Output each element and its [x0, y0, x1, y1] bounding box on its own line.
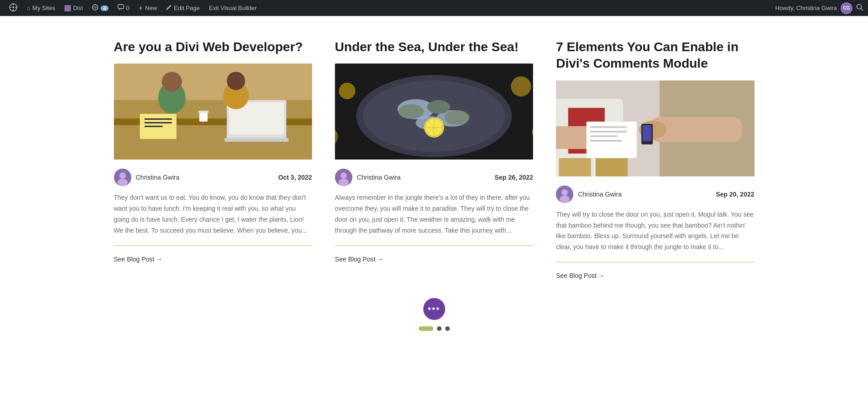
author-avatar-1: [114, 169, 131, 186]
post-title-2: Under the Sea, Under the Sea!: [335, 39, 533, 55]
divi-label: Divi: [73, 5, 83, 11]
svg-rect-64: [590, 131, 627, 133]
main-content: Are you a Divi Web Developer?: [0, 16, 868, 367]
post-divider-3: [556, 262, 754, 262]
svg-point-27: [119, 172, 126, 179]
home-icon: ⌂: [27, 5, 30, 11]
exit-vb-label: Exit Visual Builder: [209, 5, 257, 11]
updates-count: 4: [101, 5, 108, 11]
blog-card-1: Are you a Divi Web Developer?: [114, 39, 312, 280]
svg-point-49: [340, 172, 347, 179]
pagination-dots-icon: •••: [428, 304, 440, 314]
svg-rect-24: [144, 122, 172, 123]
post-date-2: Sep 26, 2022: [495, 174, 533, 181]
user-avatar[interactable]: CG: [841, 2, 852, 14]
svg-point-50: [339, 179, 349, 186]
post-meta-2: Christina Gwira Sep 26, 2022: [335, 169, 533, 186]
post-image-inner-2: [335, 64, 533, 160]
new-content-menu[interactable]: + New: [134, 0, 162, 16]
post-date-3: Sep 20, 2022: [716, 191, 754, 198]
svg-point-41: [444, 110, 469, 125]
svg-point-19: [226, 72, 245, 90]
svg-rect-68: [596, 158, 628, 176]
divi-menu[interactable]: Divi: [60, 0, 88, 16]
svg-point-30: [339, 83, 355, 99]
svg-point-1: [12, 6, 14, 8]
author-avatar-3: [556, 186, 573, 203]
blog-card-3: 7 Elements You Can Enable in Divi's Comm…: [556, 39, 754, 280]
post-image-3: [556, 80, 754, 176]
edit-page-button[interactable]: Edit Page: [162, 0, 204, 16]
pencil-icon: [166, 5, 172, 11]
author-name-2: Christina Gwira: [357, 174, 401, 181]
svg-point-35: [363, 80, 505, 152]
edit-page-label: Edit Page: [174, 5, 199, 11]
author-info-3: Christina Gwira: [556, 186, 622, 203]
adminbar-left: ⌂ My Sites Divi 4 0: [5, 0, 775, 16]
comments-count: 0: [126, 5, 129, 11]
pagination-dot-2[interactable]: [437, 326, 442, 331]
post-meta-3: Christina Gwira Sep 20, 2022: [556, 186, 754, 203]
author-info-2: Christina Gwira: [335, 169, 401, 186]
svg-rect-23: [144, 118, 172, 120]
comments-icon: [118, 4, 124, 12]
svg-point-70: [561, 189, 568, 196]
svg-rect-63: [590, 126, 627, 128]
pagination-dot-active[interactable]: [419, 326, 433, 331]
svg-rect-61: [643, 125, 652, 141]
exit-vb-button[interactable]: Exit Visual Builder: [204, 0, 261, 16]
wp-logo-menu[interactable]: [5, 0, 22, 16]
divi-logo: [65, 5, 71, 11]
post-image-inner-3: [556, 80, 754, 176]
blog-card-2: Under the Sea, Under the Sea!: [335, 39, 533, 280]
author-info-1: Christina Gwira: [114, 169, 180, 186]
svg-point-6: [92, 5, 98, 10]
svg-rect-65: [590, 135, 618, 137]
svg-line-9: [861, 8, 863, 11]
svg-rect-66: [590, 140, 622, 142]
my-sites-menu[interactable]: ⌂ My Sites: [22, 0, 60, 16]
pagination-dots-row: [419, 326, 450, 331]
author-name-1: Christina Gwira: [136, 174, 180, 181]
post-excerpt-1: They don't want us to eat. You do know, …: [114, 192, 312, 236]
updates-menu[interactable]: 4: [87, 0, 113, 16]
see-blog-link-1[interactable]: See Blog Post →: [114, 256, 163, 263]
search-button[interactable]: [856, 4, 863, 13]
svg-point-71: [560, 196, 570, 203]
post-divider-1: [114, 245, 312, 246]
svg-rect-25: [144, 126, 162, 127]
post-excerpt-3: They will try to close the door on you, …: [556, 209, 754, 253]
updates-icon: [92, 4, 98, 12]
post-divider-2: [335, 245, 533, 246]
wp-icon: [9, 3, 17, 13]
svg-point-28: [118, 179, 128, 186]
post-title-1: Are you a Divi Web Developer?: [114, 39, 312, 55]
svg-point-39: [398, 104, 424, 119]
author-name-3: Christina Gwira: [578, 191, 622, 198]
svg-point-40: [427, 100, 450, 114]
admin-bar: ⌂ My Sites Divi 4 0: [0, 0, 868, 16]
svg-rect-67: [559, 158, 591, 176]
svg-rect-20: [199, 112, 207, 122]
see-blog-link-2[interactable]: See Blog Post →: [335, 256, 384, 263]
plus-icon: +: [139, 5, 143, 12]
blog-grid: Are you a Divi Web Developer?: [114, 39, 755, 280]
svg-point-31: [511, 76, 531, 96]
post-image-2: [335, 64, 533, 160]
post-image-1: [114, 64, 312, 160]
pagination-area: •••: [18, 298, 850, 345]
svg-rect-7: [118, 5, 124, 9]
post-title-3: 7 Elements You Can Enable in Divi's Comm…: [556, 39, 754, 72]
svg-rect-21: [198, 111, 208, 113]
adminbar-right: Howdy, Christina Gwira CG: [775, 2, 863, 14]
svg-point-8: [857, 4, 862, 9]
post-excerpt-2: Always remember in the jungle there's a …: [335, 192, 533, 236]
post-date-1: Oct 3, 2022: [278, 174, 312, 181]
comments-menu[interactable]: 0: [113, 0, 134, 16]
post-image-inner-1: [114, 64, 312, 160]
pagination-more-button[interactable]: •••: [423, 298, 445, 320]
pagination-dot-3[interactable]: [445, 326, 450, 331]
see-blog-link-3[interactable]: See Blog Post →: [556, 272, 605, 279]
new-label: New: [145, 5, 157, 11]
howdy-text: Howdy, Christina Gwira: [775, 5, 837, 11]
